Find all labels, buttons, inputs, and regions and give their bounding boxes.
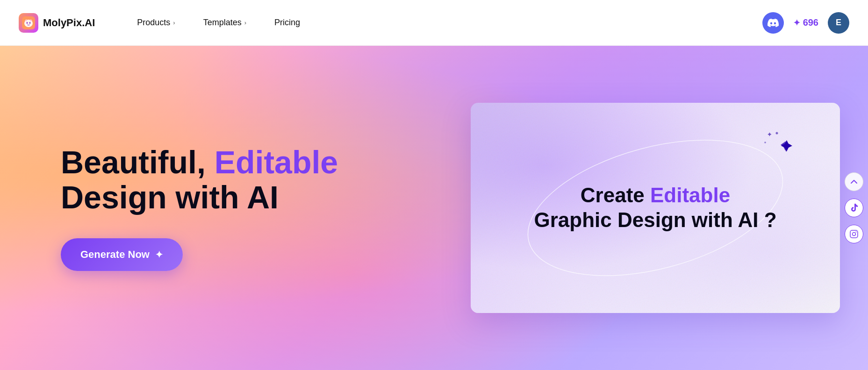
hero-section: Beautiful, Editable Design with AI Gener… <box>0 46 868 370</box>
templates-label: Templates <box>203 18 242 28</box>
card-title-part1: Create <box>581 184 650 206</box>
templates-chevron-icon: › <box>244 19 246 26</box>
products-label: Products <box>137 18 170 28</box>
credits-sparkle-icon: ✦ <box>793 18 800 28</box>
svg-point-2 <box>27 22 28 24</box>
generate-now-button[interactable]: Generate Now ✦ <box>61 238 183 271</box>
hero-title-part1: Beautiful, <box>61 144 215 180</box>
svg-rect-11 <box>850 230 858 238</box>
discord-button[interactable] <box>762 12 784 34</box>
products-chevron-icon: › <box>173 19 175 26</box>
generate-now-label: Generate Now <box>80 249 150 261</box>
logo-icon <box>19 13 38 33</box>
hero-title-part2: Design with AI <box>61 179 279 215</box>
card-title: Create Editable Graphic Design with AI ? <box>534 183 776 233</box>
user-avatar[interactable]: E <box>828 12 849 34</box>
svg-point-13 <box>856 232 857 233</box>
hero-title: Beautiful, Editable Design with AI <box>61 145 443 215</box>
avatar-letter: E <box>836 18 841 28</box>
svg-point-12 <box>853 233 856 236</box>
hero-title-editable: Editable <box>215 144 338 180</box>
stars-decoration <box>756 126 798 168</box>
scroll-up-button[interactable] <box>845 172 863 191</box>
design-preview-card: Create Editable Graphic Design with AI ? <box>471 103 840 313</box>
card-title-part2: Graphic Design with AI ? <box>534 208 776 231</box>
hero-right: Create Editable Graphic Design with AI ? <box>471 103 868 313</box>
nav-right: ✦ 696 E <box>762 12 849 34</box>
generate-sparkle-icon: ✦ <box>155 249 163 260</box>
logo-area[interactable]: MolyPix.AI <box>19 13 95 33</box>
card-content: Create Editable Graphic Design with AI ? <box>534 183 776 233</box>
nav-pricing[interactable]: Pricing <box>260 0 314 46</box>
card-title-editable: Editable <box>650 184 730 206</box>
side-icons <box>845 172 868 243</box>
navbar: MolyPix.AI Products › Templates › Pricin… <box>0 0 868 46</box>
instagram-icon[interactable] <box>845 225 863 243</box>
nav-templates[interactable]: Templates › <box>189 0 260 46</box>
credits-value: 696 <box>803 17 818 28</box>
pricing-label: Pricing <box>274 18 300 28</box>
nav-products[interactable]: Products › <box>123 0 189 46</box>
credits-display[interactable]: ✦ 696 <box>793 17 818 28</box>
tiktok-icon[interactable] <box>845 199 863 217</box>
svg-point-9 <box>776 132 778 135</box>
nav-links: Products › Templates › Pricing <box>123 0 762 46</box>
svg-point-3 <box>29 22 31 24</box>
svg-point-10 <box>764 142 766 143</box>
hero-left: Beautiful, Editable Design with AI Gener… <box>0 145 471 271</box>
logo-text: MolyPix.AI <box>43 17 95 29</box>
